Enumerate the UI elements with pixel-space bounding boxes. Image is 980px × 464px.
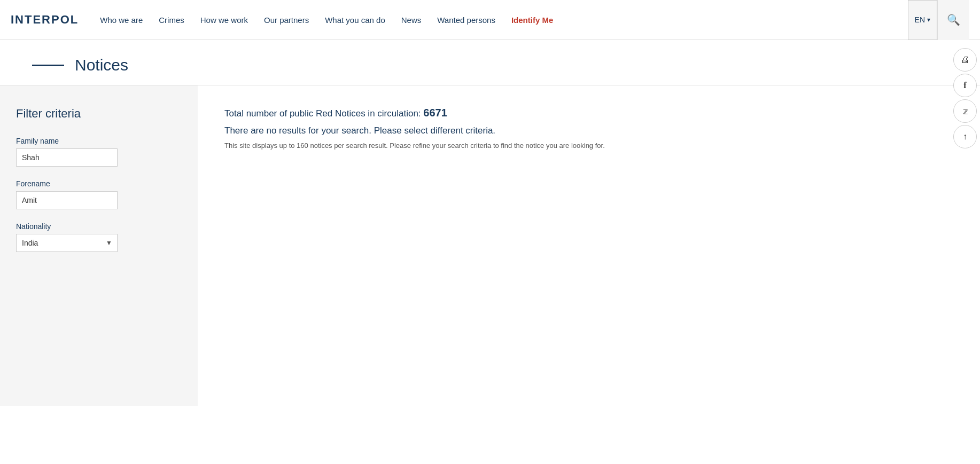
main-layout: Filter criteria Family name Forename Nat…: [0, 85, 980, 406]
forename-label: Forename: [16, 179, 182, 188]
forename-input[interactable]: [16, 191, 118, 209]
nav-crimes[interactable]: Crimes: [159, 15, 184, 25]
result-count: Total number of public Red Notices in ci…: [224, 107, 953, 119]
nationality-label: Nationality: [16, 222, 182, 231]
title-dash: [32, 65, 64, 66]
nationality-field: Nationality India ▼: [16, 222, 182, 252]
results-content: Total number of public Red Notices in ci…: [198, 85, 980, 406]
facebook-button[interactable]: f: [953, 74, 977, 97]
nav-wanted-persons[interactable]: Wanted persons: [437, 15, 495, 25]
search-button[interactable]: 🔍: [937, 0, 969, 40]
nav-identify-me[interactable]: Identify Me: [511, 15, 553, 25]
twitter-icon: 𝕫: [963, 106, 968, 116]
header: INTERPOL Who we are Crimes How we work O…: [0, 0, 980, 40]
nationality-select[interactable]: India: [16, 234, 118, 252]
filter-title: Filter criteria: [16, 107, 182, 121]
nav-news[interactable]: News: [401, 15, 422, 25]
family-name-input[interactable]: [16, 148, 118, 167]
lang-chevron-icon: ▾: [927, 16, 930, 23]
lang-label: EN: [915, 15, 925, 24]
nav-how-we-work[interactable]: How we work: [200, 15, 248, 25]
arrow-up-icon: ↑: [963, 132, 967, 141]
result-count-prefix: Total number of public Red Notices in ci…: [224, 108, 421, 119]
result-count-number: 6671: [423, 107, 447, 119]
nationality-select-wrapper: India ▼: [16, 234, 118, 252]
nav-who-we-are[interactable]: Who we are: [100, 15, 143, 25]
refine-note: This site displays up to 160 notices per…: [224, 141, 953, 150]
no-results-message: There are no results for your search. Pl…: [224, 125, 953, 136]
family-name-label: Family name: [16, 137, 182, 145]
search-icon: 🔍: [947, 13, 960, 26]
logo[interactable]: INTERPOL: [11, 13, 79, 27]
nav-what-you-can-do[interactable]: What you can do: [325, 15, 385, 25]
page-title: Notices: [75, 56, 128, 74]
twitter-button[interactable]: 𝕫: [953, 99, 977, 123]
facebook-icon: f: [963, 81, 966, 90]
language-selector[interactable]: EN ▾: [908, 0, 937, 40]
page-title-section: Notices: [0, 40, 980, 85]
family-name-field: Family name: [16, 137, 182, 167]
main-nav: Who we are Crimes How we work Our partne…: [100, 15, 902, 25]
scroll-top-button[interactable]: ↑: [953, 125, 977, 148]
side-actions: 🖨 f 𝕫 ↑: [953, 48, 980, 148]
nav-our-partners[interactable]: Our partners: [264, 15, 309, 25]
print-button[interactable]: 🖨: [953, 48, 977, 72]
forename-field: Forename: [16, 179, 182, 209]
filter-sidebar: Filter criteria Family name Forename Nat…: [0, 85, 198, 406]
print-icon: 🖨: [961, 55, 969, 65]
